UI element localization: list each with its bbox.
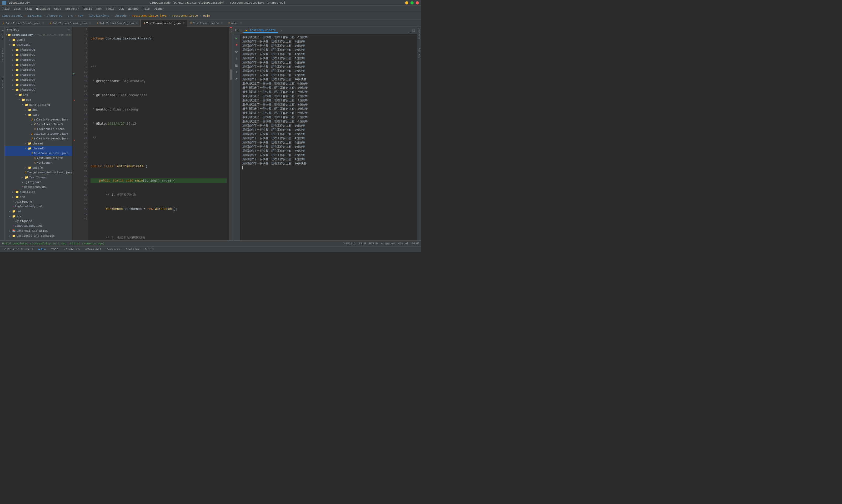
menu-window[interactable]: Window <box>127 7 140 11</box>
menu-help[interactable]: Help <box>141 7 151 11</box>
tab-main[interactable]: m main × <box>226 20 245 26</box>
tab-close4[interactable]: × <box>183 22 184 25</box>
sidebar-item-gitignore3[interactable]: ▪.gitignore <box>5 219 72 223</box>
sidebar-item-workbench[interactable]: CWorkbench <box>5 160 72 165</box>
tab-saleticketdemo4[interactable]: J SaleTicketDemo4.java × <box>47 20 94 26</box>
sidebar-item-testthread[interactable]: ▶📁TestThread <box>5 175 72 180</box>
sidebar-item-testcommunicatejava[interactable]: JTestCommunicate.java <box>5 151 72 156</box>
sidebar-item-idea[interactable]: ▶📁.idea <box>5 37 72 42</box>
database-icon[interactable]: Database <box>418 28 420 39</box>
breadcrumb-01javase[interactable]: 01JavaSE <box>28 14 41 17</box>
menu-plugin[interactable]: Plugin <box>153 7 166 11</box>
breakpoint-icon2[interactable]: ● <box>73 139 75 142</box>
bottom-tab-run[interactable]: ▶ Run <box>36 247 48 251</box>
sidebar-item-src3[interactable]: ▶📁src <box>5 214 72 219</box>
sidebar-item-src1[interactable]: ▼📁src <box>5 92 72 97</box>
breadcrumb-method[interactable]: main <box>203 14 210 17</box>
menu-navigate[interactable]: Navigate <box>34 7 52 11</box>
sidebar-item-saleticketdemo3java[interactable]: JSaleTicketDemo3.java <box>5 117 72 122</box>
run-output[interactable]: 服务员取走了一份快餐，现在工作台上有：0份快餐 厨师制作了一份快餐，现在工作台上… <box>240 34 417 240</box>
sidebar-item-junitlibs[interactable]: ▶📁junitlibs <box>5 190 72 194</box>
sidebar-item-chapter08[interactable]: ▶📁chapter08 <box>5 82 72 87</box>
sidebar-item-chapter09iml[interactable]: ▪chapter09.iml <box>5 185 72 190</box>
sidebar-item-dingjiaxiong[interactable]: ▼📁dingjiaxiong <box>5 102 72 107</box>
bottom-tab-todo[interactable]: TODO <box>49 247 60 251</box>
run-tab-close[interactable]: × <box>281 29 282 32</box>
scroll-end-button[interactable]: ⤓ <box>234 69 239 75</box>
bottom-tab-problems[interactable]: ⚠ Problems <box>61 247 82 251</box>
sidebar-item-src2[interactable]: ▶📁src <box>5 194 72 199</box>
sidebar-item-thread5[interactable]: ▼📁thread5 <box>5 146 72 151</box>
menu-build[interactable]: Build <box>82 7 94 11</box>
menu-run[interactable]: Run <box>95 7 103 11</box>
sidebar-item-chapter06[interactable]: ▶📁chapter06 <box>5 72 72 77</box>
tab-close6[interactable]: × <box>240 22 242 25</box>
sidebar-item-unsafe[interactable]: ▶📁unsafe <box>5 165 72 170</box>
restkit-icon[interactable]: RESTKit <box>418 48 420 58</box>
sidebar-item-chapter02[interactable]: ▶📁chapter02 <box>5 52 72 57</box>
breakpoint-icon[interactable]: ● <box>73 99 75 102</box>
breadcrumb-chapter09[interactable]: chapter09 <box>47 14 62 17</box>
sidebar-item-saleticketdemo3[interactable]: ▶CSaleTicketDemo3 <box>5 122 72 127</box>
sidebar-item-safe[interactable]: ▼📁safe <box>5 112 72 117</box>
minimize-button[interactable] <box>405 1 408 4</box>
breadcrumb-file[interactable]: TestCommunicate.java <box>132 14 166 17</box>
sidebar-item-01javase[interactable]: ▼📁01JavaSE <box>5 42 72 47</box>
menu-vcs[interactable]: VCS <box>117 7 126 11</box>
resume-button[interactable]: ⟳ <box>234 49 239 55</box>
code-content[interactable]: package com.dingjiaxiong.thread5; /** * … <box>88 27 229 240</box>
encoding[interactable]: UTF-8 <box>369 242 378 245</box>
sidebar-item-extlibs[interactable]: ▶📚External Libraries <box>5 228 72 233</box>
scroll-thumb[interactable] <box>230 69 232 80</box>
sidebar-item-gitignore1[interactable]: ▪.gitignore <box>5 180 72 185</box>
breadcrumb-com[interactable]: com <box>78 14 84 17</box>
bookmarks-icon[interactable]: Bookmarks <box>1 48 4 63</box>
sidebar-item-bigdatastudy[interactable]: ▼📁BigDataStudy D:\DingJiaxiong\BigDataSt… <box>5 32 72 37</box>
breadcrumb-bigdatastudy[interactable]: BigDataStudy <box>2 14 22 17</box>
bottom-tab-build[interactable]: Build <box>143 247 156 251</box>
line-ending[interactable]: CRLF <box>359 242 366 245</box>
project-icon[interactable]: Project <box>1 29 4 41</box>
sidebar-item-api[interactable]: ▶📁api <box>5 107 72 112</box>
sidebar-item-com[interactable]: ▼📁com <box>5 97 72 102</box>
sidebar-item-chapter07[interactable]: ▶📁chapter07 <box>5 77 72 82</box>
menu-view[interactable]: View <box>23 7 33 11</box>
settings-button[interactable]: ⚙ <box>234 76 239 82</box>
tab-saleticketdemo5[interactable]: J SaleTicketDemo5.java × <box>94 20 141 26</box>
run-panel-expand[interactable]: □ <box>413 29 415 33</box>
bottom-tab-services[interactable]: Services <box>105 247 123 251</box>
indent-size[interactable]: 4 spaces <box>381 242 395 245</box>
tab-close3[interactable]: × <box>136 22 138 25</box>
sidebar-item-out[interactable]: ▶📁out <box>5 209 72 214</box>
sidebar-item-tortoiseandrabbit[interactable]: JTortoiseAndRabbitTest.java <box>5 170 72 175</box>
sidebar-item-chapter09[interactable]: ▼📁chapter09 <box>5 87 72 92</box>
tab-close5[interactable]: × <box>221 22 222 25</box>
close-button[interactable] <box>416 1 419 4</box>
sidebar-item-saleticketdemo5java[interactable]: JSaleTicketDemo5.java <box>5 136 72 141</box>
bottom-tab-versioncontrol[interactable]: ⎇ Version Control <box>1 247 35 251</box>
editor-scrollbar[interactable]: ⚠ ⚠ <box>229 27 233 240</box>
breadcrumb-dingjiaxiong[interactable]: dingjiaxiong <box>88 14 109 17</box>
tab-close[interactable]: × <box>42 22 44 25</box>
step-button[interactable]: ↓ <box>234 56 239 61</box>
stop-button[interactable]: ■ <box>234 42 239 48</box>
sidebar-item-bigdatastudyiml2[interactable]: ▪BigDataStudy.iml <box>5 223 72 228</box>
filter-button[interactable]: ☰ <box>234 62 239 68</box>
code-editor[interactable]: ▶ ● ● <box>72 27 233 240</box>
sidebar-item-testcommunicate-class[interactable]: CTestCommunicate <box>5 156 72 160</box>
menu-edit[interactable]: Edit <box>12 7 22 11</box>
maximize-button[interactable] <box>411 1 414 4</box>
menu-refactor[interactable]: Refactor <box>64 7 81 11</box>
sidebar-item-chapter05[interactable]: ▶📁chapter05 <box>5 67 72 72</box>
position-indicator[interactable]: 44527:1 <box>344 242 356 245</box>
menu-code[interactable]: Code <box>53 7 62 11</box>
sidebar-item-scratches[interactable]: ▶📁Scratches and Consoles <box>5 233 72 238</box>
bottom-tab-profiler[interactable]: Profiler <box>124 247 142 251</box>
tab-testcommunicate-class[interactable]: C TestCommunicate × <box>187 20 226 26</box>
sidebar-item-chapter03[interactable]: ▶📁chapter03 <box>5 57 72 62</box>
sidebar-settings[interactable]: ⚙ <box>68 28 70 31</box>
run-tab-testcommunicate[interactable]: ▶ TestCommunicate <box>244 28 278 33</box>
tab-saleticketdemo3[interactable]: J SaleTicketDemo3.java × <box>0 20 47 26</box>
tab-testcommunicate[interactable]: J TestCommunicate.java × <box>141 20 187 26</box>
breadcrumb-src[interactable]: src <box>68 14 73 17</box>
